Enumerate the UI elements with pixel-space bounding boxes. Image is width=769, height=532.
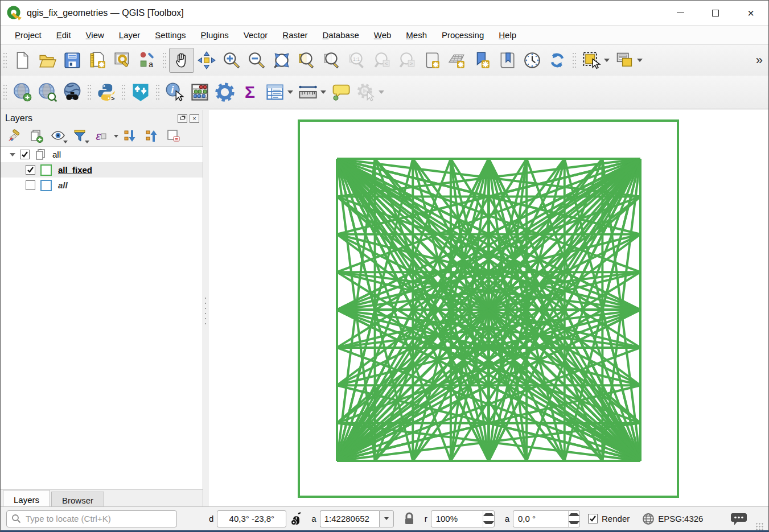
toggle-extents-icon[interactable] <box>289 512 303 526</box>
crs-status[interactable]: EPSG:4326 <box>642 513 703 525</box>
attribute-table-button[interactable] <box>262 80 287 105</box>
new-map-view-button[interactable] <box>420 48 445 73</box>
layer-group-row[interactable]: all <box>1 147 203 162</box>
osm-place-search-button[interactable] <box>60 80 85 105</box>
selection-options-dropdown-arrow[interactable] <box>637 59 643 62</box>
render-toggle[interactable]: Render <box>588 514 630 523</box>
layer-row-all-fixed[interactable]: all_fixed <box>1 162 203 178</box>
map-canvas[interactable] <box>209 110 768 509</box>
new-bookmark-button[interactable] <box>470 48 495 73</box>
menu-item-database[interactable]: Database <box>315 27 367 43</box>
pan-map-button[interactable] <box>169 48 194 73</box>
spin-down-button[interactable] <box>569 519 579 527</box>
expand-all-button[interactable] <box>121 127 140 145</box>
group-expander-icon[interactable] <box>10 153 15 156</box>
maximize-button[interactable] <box>698 1 733 25</box>
measure-dropdown-arrow[interactable] <box>320 90 326 94</box>
metasearch-new-button[interactable] <box>10 80 35 105</box>
map-themes-button[interactable] <box>48 127 68 145</box>
menu-item-view[interactable]: View <box>79 27 112 43</box>
filter-expression-dropdown-arrow[interactable] <box>114 135 118 138</box>
close-button[interactable]: × <box>733 1 768 25</box>
toolbar-grip[interactable] <box>155 83 161 102</box>
resize-grip[interactable] <box>755 522 763 530</box>
toolbar-overflow-button[interactable]: » <box>756 53 763 68</box>
plugin-versions-button[interactable] <box>128 80 153 105</box>
style-manager-button[interactable]: a <box>135 48 160 73</box>
locate-bar[interactable] <box>6 510 177 527</box>
rotation-spinbox[interactable]: 0,0 ° <box>513 510 580 527</box>
layer-swatch-blue[interactable] <box>40 180 52 191</box>
layer-checkbox[interactable] <box>26 180 35 190</box>
menu-item-web[interactable]: Web <box>367 27 399 43</box>
zoom-last-button[interactable]: < <box>369 48 394 73</box>
refresh-button[interactable] <box>545 48 570 73</box>
layout-manager-button[interactable] <box>110 48 135 73</box>
toolbar-grip[interactable] <box>121 83 126 102</box>
show-bookmarks-button[interactable] <box>495 48 520 73</box>
toolbar-grip[interactable] <box>87 83 92 102</box>
menu-item-raster[interactable]: Raster <box>275 27 315 43</box>
toolbar-grip[interactable] <box>162 51 167 70</box>
toolbar-grip[interactable] <box>571 51 577 70</box>
menu-item-settings[interactable]: Settings <box>147 27 193 43</box>
menu-item-project[interactable]: Project <box>7 27 49 43</box>
menu-item-processing[interactable]: Processing <box>434 27 491 43</box>
minimize-button[interactable] <box>663 1 698 25</box>
zoom-full-button[interactable] <box>269 48 294 73</box>
metasearch-search-button[interactable] <box>35 80 60 105</box>
dock-float-button[interactable] <box>178 114 187 123</box>
spin-up-button[interactable] <box>569 511 579 519</box>
new-3d-map-view-button[interactable] <box>445 48 470 73</box>
scale-dropdown-button[interactable] <box>379 510 394 527</box>
run-action-dropdown-arrow[interactable] <box>379 90 384 94</box>
statistical-summary-button[interactable] <box>187 80 212 105</box>
collapse-all-button[interactable] <box>142 127 162 145</box>
menu-item-mesh[interactable]: Mesh <box>398 27 434 43</box>
panel-splitter[interactable] <box>203 110 209 509</box>
map-tips-button[interactable] <box>328 80 353 105</box>
attribute-table-dropdown-arrow[interactable] <box>287 90 293 94</box>
measure-button[interactable] <box>295 80 320 105</box>
menu-item-vector[interactable]: Vector <box>236 27 275 43</box>
select-dropdown-arrow[interactable] <box>604 59 610 62</box>
spin-up-button[interactable] <box>483 511 494 519</box>
layer-swatch-green[interactable] <box>40 164 52 176</box>
toolbar-grip[interactable] <box>2 51 8 70</box>
filter-expression-button[interactable]: ε <box>92 127 111 145</box>
new-print-layout-button[interactable] <box>85 48 110 73</box>
zoom-to-layer-button[interactable] <box>319 48 344 73</box>
magnifier-value[interactable]: 100% <box>431 511 483 527</box>
zoom-to-selection-button[interactable] <box>294 48 319 73</box>
zoom-out-button[interactable] <box>244 48 269 73</box>
open-project-button[interactable] <box>35 48 60 73</box>
zoom-in-button[interactable] <box>219 48 244 73</box>
new-project-button[interactable] <box>10 48 35 73</box>
layer-styling-button[interactable] <box>5 127 24 145</box>
spin-down-button[interactable] <box>483 519 494 527</box>
python-console-button[interactable]: > <box>94 80 119 105</box>
temporal-controller-button[interactable] <box>520 48 545 73</box>
toolbar-grip[interactable] <box>2 83 8 102</box>
identify-features-button[interactable]: i <box>162 80 187 105</box>
magnifier-spinbox[interactable]: 100% <box>431 510 495 527</box>
dock-close-button[interactable]: × <box>190 114 199 123</box>
render-checkbox[interactable] <box>588 514 598 523</box>
run-feature-action-button[interactable] <box>353 80 379 105</box>
select-features-button[interactable] <box>579 48 604 73</box>
lock-scale-icon[interactable] <box>403 512 416 526</box>
layer-checkbox[interactable] <box>26 165 35 175</box>
coordinate-display[interactable]: 40,3° -23,8° <box>217 510 286 527</box>
menu-item-help[interactable]: Help <box>491 27 524 43</box>
menu-item-plugins[interactable]: Plugins <box>194 27 236 43</box>
selection-options-button[interactable] <box>612 48 637 73</box>
rotation-value[interactable]: 0,0 ° <box>513 511 568 527</box>
group-checkbox[interactable] <box>20 150 30 159</box>
pan-to-selection-button[interactable] <box>194 48 219 73</box>
messages-button[interactable] <box>730 512 747 526</box>
zoom-next-button[interactable]: > <box>394 48 420 73</box>
menu-item-layer[interactable]: Layer <box>112 27 148 43</box>
filter-legend-button[interactable] <box>70 127 89 145</box>
layer-row-all[interactable]: all <box>1 178 203 193</box>
scale-combo[interactable]: 1:42280652 <box>320 510 394 527</box>
